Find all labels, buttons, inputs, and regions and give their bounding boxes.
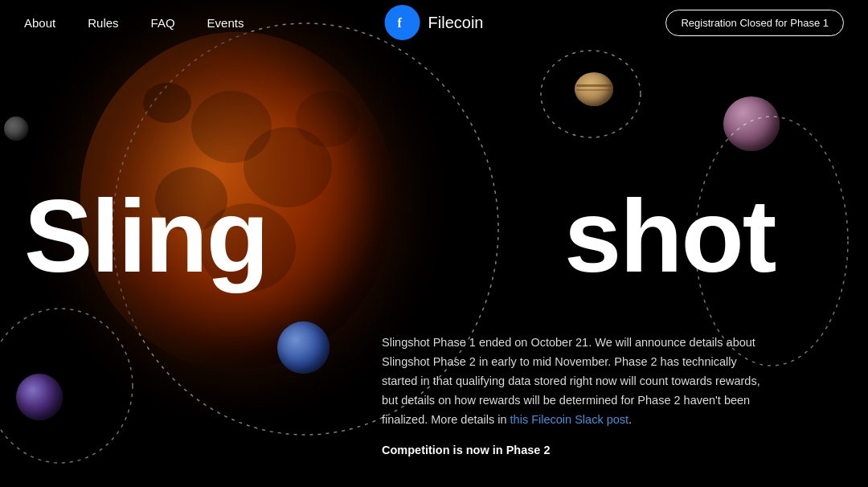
nav-events[interactable]: Events [207,16,244,30]
content-paragraph: Slingshot Phase 1 ended on October 21. W… [382,334,776,430]
svg-point-4 [0,309,133,463]
nav-faq[interactable]: FAQ [151,16,175,30]
content-block: Slingshot Phase 1 ended on October 21. W… [382,334,776,472]
svg-text:f: f [398,16,403,30]
right-big-orbit [691,113,852,370]
svg-point-2 [541,51,641,137]
bottom-left-orbit [0,305,137,466]
filecoin-logo-icon: f [385,5,420,40]
phase-label: Competition is now in Phase 2 [382,441,776,460]
nav-right: Registration Closed for Phase 1 [665,10,844,36]
svg-point-3 [695,117,848,366]
nav-about[interactable]: About [24,16,55,30]
brand-name: Filecoin [428,14,484,32]
planet-blue-small [277,321,330,374]
nav-rules[interactable]: Rules [88,16,118,30]
brand-logo-area: f Filecoin [385,5,484,40]
navigation: About Rules FAQ Events f Filecoin Regist… [0,0,868,45]
jupiter-orbit [538,48,643,141]
slack-post-link[interactable]: this Filecoin Slack post [510,413,628,426]
registration-button[interactable]: Registration Closed for Phase 1 [665,10,844,36]
nav-links: About Rules FAQ Events [24,16,244,30]
planet-left-small [4,117,28,141]
